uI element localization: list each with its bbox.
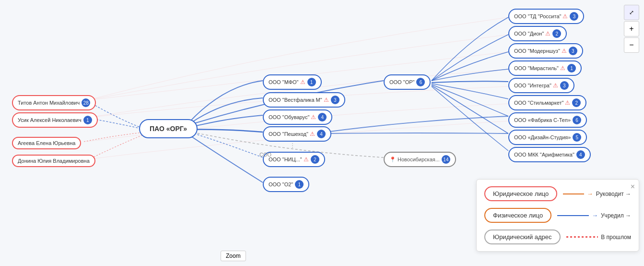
warn-icon-2: ⚠: [311, 114, 316, 121]
badge-vestfalika: 3: [331, 96, 340, 104]
company-node-rossita[interactable]: ООО "ТД "Россита" ⚠ 3: [508, 9, 584, 24]
badge-rc1: 2: [552, 29, 561, 38]
zoom-out-button[interactable]: −: [624, 37, 639, 53]
company-node-integra[interactable]: ООО "Интегра" ⚠ 3: [508, 78, 574, 93]
company-node-mirastil[interactable]: ООО "Мирастиль" ⚠ 1: [508, 60, 582, 76]
legend-line-solid-blue: [557, 215, 589, 216]
person-node-2[interactable]: Усик Алексей Николаевич 1: [12, 112, 98, 128]
coo-label: COO: [259, 152, 271, 157]
legend-line-solid-orange: [563, 193, 584, 194]
company-node-o2[interactable]: ООО "О2" 1: [263, 177, 309, 192]
company-node-vestfalika[interactable]: ООО "Вестфалика М" ⚠ 3: [263, 92, 345, 108]
person-node-4[interactable]: Донина Юлия Владимировна: [12, 155, 95, 167]
warn-icon-rc5: ⚠: [565, 99, 570, 106]
badge-rc3: 1: [567, 64, 576, 73]
legend-row-1: Юридическое лицо → Руководит →: [484, 186, 631, 201]
badge-rc5: 2: [572, 98, 581, 107]
legend-arrow-2: →: [592, 212, 598, 219]
warn-icon-rc2: ⚠: [562, 48, 567, 54]
legend-node-legal: Юридическое лицо: [484, 186, 557, 201]
legend-line-area-3: В прошлом: [566, 234, 631, 241]
center-node[interactable]: ПАО «ОРГ»: [139, 119, 198, 138]
badge-nic: 2: [311, 155, 319, 164]
company-node-or[interactable]: ООО "ОР" 6: [384, 74, 431, 90]
map-controls: ⤢ + −: [624, 5, 639, 53]
badge-obuvarus: 4: [318, 113, 327, 121]
company-node-dizain[interactable]: ООО «Дизайн-Студия» 5: [508, 130, 587, 145]
legend-row-3: Юридический адрес В прошлом: [484, 230, 631, 244]
legend-line-area-2: → Учредил →: [557, 212, 631, 219]
company-node-fabrika[interactable]: ООО «Фабрика С-Теп» 6: [508, 112, 587, 128]
badge-location: 14: [442, 155, 450, 164]
zoom-in-button[interactable]: +: [624, 21, 639, 36]
company-node-stilmarket[interactable]: ООО "Стильмаркет" ⚠ 2: [508, 95, 586, 110]
badge-or: 6: [416, 78, 425, 86]
person-node-3[interactable]: Агеева Елена Юрьевна: [12, 137, 81, 149]
company-node-peshekhod[interactable]: ООО "Пешеход" ⚠ 4: [263, 126, 331, 142]
badge-rc0: 3: [570, 12, 578, 21]
badge-rc7: 5: [573, 133, 581, 142]
warn-icon-1: ⚠: [324, 97, 329, 103]
badge-rc8: 4: [576, 150, 585, 159]
company-node-modernshuz[interactable]: ООО "Модерншуз" ⚠ 3: [508, 43, 583, 59]
warn-icon-3: ⚠: [310, 131, 315, 137]
warn-icon-rc4: ⚠: [553, 82, 558, 89]
badge-rc2: 3: [569, 47, 577, 55]
person-node-1[interactable]: Титов Антон Михайлович 28: [12, 95, 96, 110]
location-node[interactable]: 📍 Новосибирская... 14: [384, 152, 456, 167]
badge-peshekhod: 4: [317, 130, 326, 138]
company-node-nic[interactable]: ООО "НИЦ..." ⚠ 2: [263, 152, 325, 167]
badge-rc4: 3: [560, 81, 569, 90]
company-node-obuvarus[interactable]: ООО "Обуварус" ⚠ 4: [263, 109, 332, 125]
legend-node-physical: Физическое лицо: [484, 208, 551, 223]
person-badge-2: 1: [83, 116, 92, 124]
company-node-mfo[interactable]: ООО "МФО" ⚠ 1: [263, 74, 322, 90]
company-node-dion[interactable]: ООО "Дион" ⚠ 2: [508, 26, 567, 41]
person-badge-1: 28: [82, 98, 90, 107]
fit-button[interactable]: ⤢: [624, 5, 639, 20]
legend-row-2: Физическое лицо → Учредил →: [484, 208, 631, 223]
legend-node-address: Юридический адрес: [484, 230, 561, 244]
badge-mfo: 1: [307, 78, 316, 86]
warn-icon-rc0: ⚠: [562, 13, 568, 20]
legend-close-button[interactable]: ×: [631, 182, 635, 191]
legend-line-dotted: [566, 236, 598, 238]
badge-rc6: 6: [573, 116, 581, 124]
legend-panel: × Юридическое лицо → Руководит → Физичес…: [476, 179, 639, 252]
warn-icon-rc3: ⚠: [560, 65, 565, 72]
company-node-arifmetika[interactable]: ООО МКК "Арифметика" 4: [508, 147, 591, 162]
zoom-bottom-button[interactable]: Zoom: [221, 251, 246, 261]
legend-arrow-1: →: [587, 190, 593, 197]
warn-icon-4: ⚠: [304, 156, 309, 163]
legend-line-area-1: → Руководит →: [563, 190, 631, 197]
warn-icon-rc1: ⚠: [545, 30, 550, 37]
badge-o2: 1: [295, 180, 304, 189]
warn-icon-0: ⚠: [300, 79, 305, 85]
